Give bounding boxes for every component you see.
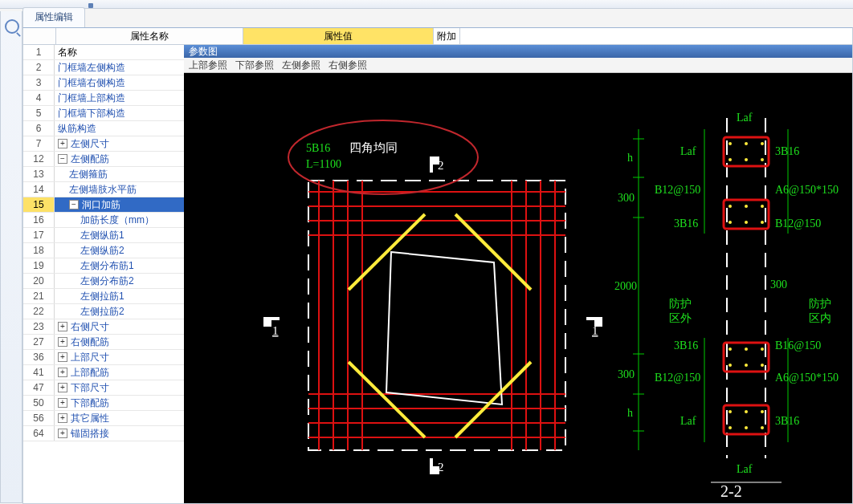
property-row[interactable]: 23+右侧尺寸 xyxy=(23,319,184,335)
expand-icon[interactable]: + xyxy=(58,429,67,438)
row-number: 17 xyxy=(23,228,55,242)
row-label: +锚固搭接 xyxy=(55,426,184,441)
svg-text:Laf: Laf xyxy=(680,415,696,427)
property-row[interactable]: 4门框墙上部构造 xyxy=(23,91,184,106)
row-number: 20 xyxy=(23,274,55,288)
row-number: 36 xyxy=(23,350,55,364)
svg-text:B16@150: B16@150 xyxy=(775,339,821,352)
svg-point-75 xyxy=(745,426,748,429)
svg-point-74 xyxy=(729,426,732,429)
svg-text:区内: 区内 xyxy=(809,312,831,324)
menu-ref-right[interactable]: 右侧参照 xyxy=(329,59,367,72)
svg-text:300: 300 xyxy=(618,192,635,204)
svg-point-59 xyxy=(729,205,732,208)
row-number: 7 xyxy=(23,136,55,151)
row-label: 加筋长度（mm） xyxy=(55,213,184,227)
row-label: +上部配筋 xyxy=(55,365,184,380)
property-rows[interactable]: 1名称2门框墙左侧构造3门框墙右侧构造4门框墙上部构造5门框墙下部构造6纵筋构造… xyxy=(23,45,184,503)
menu-ref-left[interactable]: 左侧参照 xyxy=(282,59,320,72)
property-row[interactable]: 47+下部尺寸 xyxy=(23,380,184,396)
svg-point-54 xyxy=(745,142,748,145)
row-label: +其它属性 xyxy=(55,411,184,425)
expand-icon[interactable]: + xyxy=(58,337,67,347)
row-number: 15 xyxy=(23,197,55,212)
row-label: −左侧配筋 xyxy=(55,152,184,166)
property-row[interactable]: 50+下部配筋 xyxy=(23,396,184,411)
svg-point-72 xyxy=(745,410,748,413)
svg-point-22 xyxy=(288,120,478,194)
svg-text:1: 1 xyxy=(272,324,279,337)
property-row[interactable]: 13左侧箍筋 xyxy=(23,167,184,182)
svg-point-63 xyxy=(745,221,748,224)
property-row[interactable]: 17左侧纵筋1 xyxy=(23,228,184,243)
menu-ref-top[interactable]: 上部参照 xyxy=(189,59,227,72)
svg-point-70 xyxy=(761,364,764,367)
expand-icon[interactable]: + xyxy=(58,139,67,148)
row-number: 3 xyxy=(23,75,55,90)
row-number: 21 xyxy=(23,289,55,303)
expand-icon[interactable]: + xyxy=(58,322,67,331)
property-row[interactable]: 56+其它属性 xyxy=(23,411,184,426)
property-row[interactable]: 5门框墙下部构造 xyxy=(23,106,184,121)
svg-point-64 xyxy=(761,221,764,224)
svg-text:防护: 防护 xyxy=(809,298,831,310)
property-row[interactable]: 19左侧分布筋1 xyxy=(23,258,184,274)
property-row[interactable]: 7+左侧尺寸 xyxy=(23,136,184,152)
svg-text:h: h xyxy=(627,407,633,419)
collapse-icon[interactable]: − xyxy=(69,200,79,209)
drawing-viewport: 参数图 上部参照 下部参照 左侧参照 右侧参照 xyxy=(184,45,852,503)
property-row[interactable]: 16加筋长度（mm） xyxy=(23,213,184,228)
expand-icon[interactable]: + xyxy=(58,398,67,408)
row-number: 4 xyxy=(23,91,55,105)
property-row[interactable]: 6纵筋构造 xyxy=(23,121,184,136)
svg-point-68 xyxy=(729,364,732,367)
svg-text:2: 2 xyxy=(438,461,444,474)
collapse-icon[interactable]: − xyxy=(58,154,67,164)
label-corners: 四角均同 xyxy=(349,141,398,154)
svg-point-67 xyxy=(761,348,764,351)
property-row[interactable]: 21左侧拉筋1 xyxy=(23,289,184,304)
row-label: 门框墙下部构造 xyxy=(55,106,184,120)
tab-property-edit[interactable]: 属性编辑 xyxy=(22,7,85,27)
property-row[interactable]: 15−洞口加筋 xyxy=(23,197,184,213)
svg-text:Laf: Laf xyxy=(737,463,753,475)
svg-point-56 xyxy=(729,158,732,161)
expand-icon[interactable]: + xyxy=(58,368,67,377)
property-row[interactable]: 41+上部配筋 xyxy=(23,365,184,380)
expand-icon[interactable]: + xyxy=(58,352,67,362)
property-row[interactable]: 1名称 xyxy=(23,45,184,60)
svg-rect-50 xyxy=(724,200,769,229)
property-row[interactable]: 36+上部尺寸 xyxy=(23,350,184,365)
label-rebar-spec: 5B16 xyxy=(306,142,330,154)
svg-text:2-2: 2-2 xyxy=(720,482,742,500)
property-row[interactable]: 64+锚固搭接 xyxy=(23,426,184,441)
row-label: +右侧尺寸 xyxy=(55,319,184,334)
row-label: +下部配筋 xyxy=(55,396,184,410)
property-row[interactable]: 22左侧拉筋2 xyxy=(23,304,184,319)
cad-canvas[interactable]: 5B16 四角均同 L=1100 2 2 1 1 xyxy=(184,73,852,503)
expand-icon[interactable]: + xyxy=(58,413,67,423)
property-row[interactable]: 2门框墙左侧构造 xyxy=(23,60,184,75)
row-number: 2 xyxy=(23,60,55,75)
row-number: 18 xyxy=(23,243,55,258)
svg-point-53 xyxy=(729,142,732,145)
property-row[interactable]: 3门框墙右侧构造 xyxy=(23,75,184,91)
search-icon[interactable] xyxy=(5,19,19,34)
svg-text:B12@150: B12@150 xyxy=(655,372,700,384)
svg-point-66 xyxy=(745,348,748,351)
row-label: 左侧分布筋2 xyxy=(55,274,184,288)
svg-text:3B16: 3B16 xyxy=(674,217,698,230)
property-row[interactable]: 27+右侧配筋 xyxy=(23,335,184,350)
expand-icon[interactable]: + xyxy=(58,383,67,392)
property-row[interactable]: 20左侧分布筋2 xyxy=(23,274,184,289)
svg-text:B12@150: B12@150 xyxy=(655,184,700,196)
svg-text:B12@150: B12@150 xyxy=(775,217,821,230)
row-label: 左侧拉筋1 xyxy=(55,289,184,303)
property-row[interactable]: 18左侧纵筋2 xyxy=(23,243,184,258)
menu-ref-bottom[interactable]: 下部参照 xyxy=(235,59,274,72)
property-row[interactable]: 12−左侧配筋 xyxy=(23,152,184,167)
viewport-title: 参数图 xyxy=(184,45,852,58)
property-row[interactable]: 14左侧墙肢水平筋 xyxy=(23,182,184,197)
left-rail xyxy=(0,11,22,503)
svg-point-73 xyxy=(761,410,764,413)
